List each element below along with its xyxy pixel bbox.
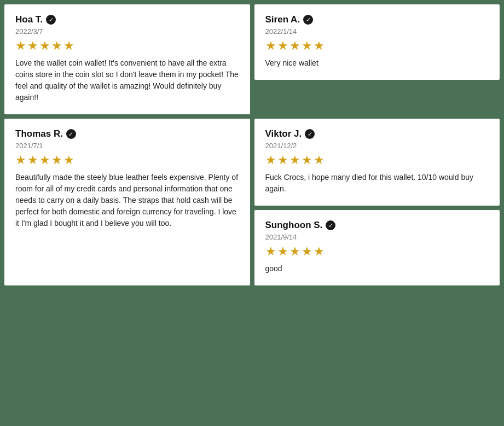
reviewer-name: Sunghoon S. <box>265 220 323 231</box>
reviewer-header: Thomas R. ✓ <box>15 129 239 139</box>
reviewer-header: Hoa T. ✓ <box>15 14 239 25</box>
review-card-siren-a: Siren A. ✓ 2022/1/14 ★★★★★ Very nice wal… <box>254 4 500 80</box>
star-rating: ★★★★★ <box>15 40 239 52</box>
review-date: 2021/7/1 <box>15 142 239 150</box>
verified-icon: ✓ <box>305 129 315 139</box>
reviewer-header: Siren A. ✓ <box>265 14 489 25</box>
star-rating: ★★★★★ <box>265 40 489 52</box>
reviewer-name: Siren A. <box>265 14 300 25</box>
review-date: 2021/12/2 <box>265 142 489 150</box>
review-card-viktor-j: Viktor J. ✓ 2021/12/2 ★★★★★ Fuck Crocs, … <box>254 119 500 206</box>
review-text: good <box>265 263 489 275</box>
reviewer-name: Viktor J. <box>265 129 302 139</box>
star-rating: ★★★★★ <box>265 154 489 166</box>
review-card-sunghoon-s: Sunghoon S. ✓ 2021/9/14 ★★★★★ good <box>254 210 500 285</box>
review-text: Beautifully made the steely blue leather… <box>15 172 239 229</box>
review-text: Love the wallet coin wallet! It's conven… <box>15 57 239 103</box>
reviewer-name: Hoa T. <box>15 14 43 25</box>
reviewer-name: Thomas R. <box>15 129 63 139</box>
review-date: 2022/3/7 <box>15 27 239 36</box>
review-text: Fuck Crocs, i hope many died for this wa… <box>265 172 489 195</box>
review-card-thomas-r: Thomas R. ✓ 2021/7/1 ★★★★★ Beautifully m… <box>4 119 250 285</box>
review-date: 2021/9/14 <box>265 233 489 241</box>
star-rating: ★★★★★ <box>265 246 489 258</box>
reviewer-header: Viktor J. ✓ <box>265 129 489 139</box>
reviews-grid: Hoa T. ✓ 2022/3/7 ★★★★★ Love the wallet … <box>0 0 504 290</box>
verified-icon: ✓ <box>326 220 335 230</box>
review-text: Very nice wallet <box>265 57 489 69</box>
right-column: Viktor J. ✓ 2021/12/2 ★★★★★ Fuck Crocs, … <box>254 119 500 285</box>
verified-icon: ✓ <box>66 129 76 139</box>
review-card-hoa-t: Hoa T. ✓ 2022/3/7 ★★★★★ Love the wallet … <box>4 4 250 114</box>
verified-icon: ✓ <box>303 15 313 25</box>
star-rating: ★★★★★ <box>15 154 239 166</box>
verified-icon: ✓ <box>46 15 56 25</box>
review-date: 2022/1/14 <box>265 27 489 36</box>
reviewer-header: Sunghoon S. ✓ <box>265 220 489 231</box>
